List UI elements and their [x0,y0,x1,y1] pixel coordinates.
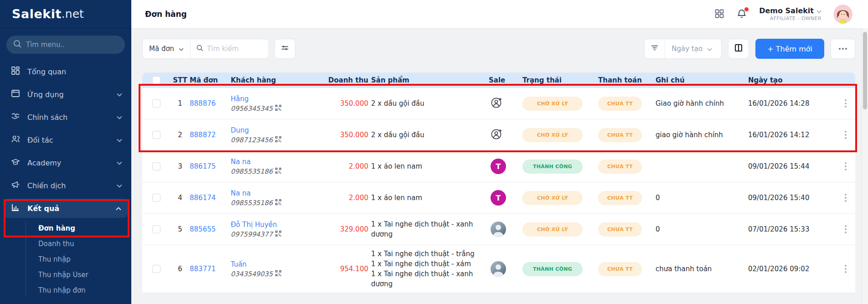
sidebar-item-tong-quan[interactable]: Tổng quan [0,60,131,83]
sort-filter-button[interactable] [645,39,665,58]
row-checkbox[interactable] [152,225,160,233]
qr-code-icon[interactable] [275,167,281,175]
columns-icon [734,43,743,54]
more-actions-button[interactable] [831,39,855,59]
product-list: 1 x Tai nghe dịch thuật - trắng1 x Tai n… [371,249,484,289]
column-header-ngay-tao[interactable]: Ngày tạo [748,76,836,84]
sidebar-nav: Tổng quan Ứng dụng Chính sách [0,60,131,298]
order-code-link[interactable]: 883771 [190,265,216,273]
qr-code-icon[interactable] [275,270,281,278]
row-actions-button[interactable] [836,225,855,234]
user-menu[interactable]: Demo Salekit AFFILIATE - OWNER [759,6,822,22]
sidebar-item-ket-qua[interactable]: Kết quả [4,199,128,218]
chevron-down-icon [816,7,822,15]
date-field-select[interactable]: Ngày tạo [665,45,718,53]
sidebar-item-thu-nhap-don[interactable]: Thu nhập đơn [0,283,131,298]
customer-cell: Na na 0985535186 [231,189,318,207]
topbar: Đơn hàng Demo Salekit [131,0,868,28]
sale-cell: T [484,190,522,206]
row-checkbox[interactable] [152,99,160,108]
order-revenue: 954.100 [318,265,371,273]
row-actions-button[interactable] [836,99,855,108]
column-header-thanh-toan[interactable]: Thanh toán [598,76,656,84]
qr-code-icon[interactable] [275,230,281,238]
qr-code-icon[interactable] [275,199,281,207]
row-actions-button[interactable] [836,130,855,139]
assign-sale-icon[interactable] [491,97,503,111]
order-code-link[interactable]: 888876 [190,99,216,108]
sidebar-menu-search[interactable] [6,36,125,54]
table-row: 4 886174 Na na 0985535186 2.000 1 x áo l… [142,182,855,214]
column-header-sale[interactable]: Sale [484,76,522,84]
order-code-link[interactable]: 888872 [190,131,216,139]
row-actions-button[interactable] [836,162,855,171]
user-avatar[interactable] [833,5,852,24]
apps-grid-icon [714,9,724,20]
product-list: 1 x áo len nam [371,193,484,203]
kebab-icon [845,268,847,270]
order-code-link[interactable]: 886175 [190,162,216,170]
column-header-doanh-thu[interactable]: Doanh thu [318,76,371,84]
sidebar-item-thu-nhap[interactable]: Thu nhập [0,252,131,267]
column-header-ma-don[interactable]: Mã đơn [190,76,231,84]
product-list: 1 x áo len nam [371,161,484,171]
product-line: 1 x áo len nam [371,193,478,203]
select-all-checkbox[interactable] [152,76,160,84]
filter-lines-icon [651,45,659,53]
column-header-khach-hang[interactable]: Khách hàng [231,76,318,84]
customer-name-link[interactable]: Đỗ Thị Huyền [231,221,277,229]
table-row: 6 883771 Tuấn 0343549035 954.100 1 x Tai… [142,245,855,293]
columns-toggle-button[interactable] [728,39,749,59]
row-checkbox[interactable] [152,265,160,273]
brand-logo[interactable]: Salekit .net [0,0,131,28]
customer-name-link[interactable]: Dung [231,126,249,134]
sidebar-item-chinh-sach[interactable]: Chính sách [0,106,131,129]
sidebar-item-ung-dung[interactable]: Ứng dụng [0,83,131,106]
advanced-filter-button[interactable] [274,39,295,59]
assign-sale-icon[interactable] [491,128,503,142]
order-code-link[interactable]: 886174 [190,194,216,202]
sidebar-search-input[interactable] [26,41,119,49]
status-badge: CHỜ XỬ LÝ [522,97,583,111]
date-filter-group: Ngày tạo [644,39,722,59]
sidebar-item-chien-dich[interactable]: Chiến dịch [0,174,131,197]
sidebar-item-doi-tac[interactable]: Đối tác [0,129,131,151]
order-created-date: 09/01/2026 15:40 [748,194,836,202]
search-input[interactable] [207,45,257,53]
order-code-link[interactable]: 885655 [190,225,216,233]
sidebar-item-thu-nhap-user[interactable]: Thu nhập User [0,267,131,283]
sidebar-submenu-ket-qua: Đơn hàng Doanh thu Thu nhập Thu nhập Use… [0,221,131,298]
sidebar-item-doanh-thu[interactable]: Doanh thu [0,236,131,252]
column-header-stt[interactable]: STT [170,76,190,84]
add-new-button[interactable]: + Thêm mới [755,39,824,59]
customer-name-link[interactable]: Na na [231,189,251,197]
customer-name-link[interactable]: Hằng [231,95,249,103]
apps-grid-button[interactable] [714,9,724,20]
column-header-trang-thai[interactable]: Trạng thái [522,76,598,84]
scrollbar-thumb[interactable] [863,32,867,109]
row-checkbox[interactable] [152,162,160,170]
product-line: 1 x Tai nghe dịch thuật - trắng [371,249,478,259]
notifications-button[interactable] [736,8,747,21]
row-checkbox[interactable] [152,131,160,139]
sidebar-item-label: Kết quả [27,204,59,213]
sale-letter-avatar: T [491,190,506,206]
qr-code-icon[interactable] [275,104,281,113]
customer-name-link[interactable]: Tuấn [231,260,247,268]
order-note: giao giờ hành chính [656,131,748,139]
sale-letter-avatar: T [491,159,506,174]
sidebar-item-academy[interactable]: Academy [0,151,131,174]
row-actions-button[interactable] [836,264,855,273]
sidebar-item-label: Chính sách [27,113,67,122]
ellipsis-icon [839,48,841,50]
qr-code-icon[interactable] [275,136,281,144]
status-badge: CHỜ XỬ LÝ [522,191,583,205]
customer-name-link[interactable]: Na na [231,158,251,166]
column-header-san-pham[interactable]: Sản phẩm [371,76,484,84]
order-created-date: 16/01/2026 14:12 [748,131,836,139]
column-header-ghi-chu[interactable]: Ghi chú [656,76,748,84]
sidebar-item-don-hang[interactable]: Đơn hàng [0,221,131,236]
row-actions-button[interactable] [836,193,855,202]
search-field-select[interactable]: Mã đơn [143,39,191,58]
row-checkbox[interactable] [152,194,160,202]
